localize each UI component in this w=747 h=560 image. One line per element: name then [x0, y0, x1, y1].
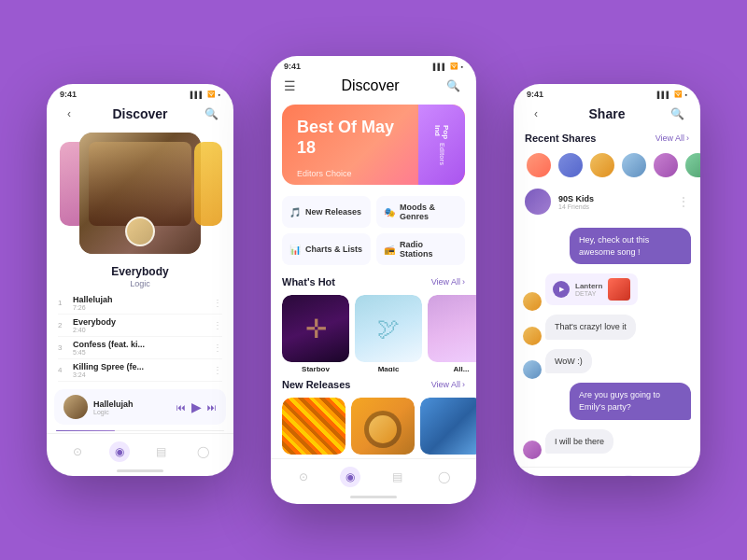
- share-avatar-6[interactable]: [684, 151, 700, 179]
- magic-album-image: 🕊: [355, 295, 422, 362]
- contact-name: 90S Kids: [558, 194, 678, 203]
- hamburger-menu-button[interactable]: ☰: [284, 78, 296, 93]
- track-item[interactable]: 3 Confess (feat. ki... 5:45 ⋮: [58, 337, 222, 359]
- nav-profile-left[interactable]: ◯: [193, 441, 214, 462]
- starboy-album-name: Starboy: [282, 365, 349, 371]
- share-avatar-1[interactable]: [525, 151, 553, 179]
- moods-genres-label: Moods & Genres: [400, 203, 458, 221]
- new-releases-section-header: New Releases View All ›: [271, 375, 476, 394]
- status-bar-left: 9:41 ▌▌▌ 🛜 ▪: [47, 84, 233, 101]
- play-pause-button[interactable]: ▶: [191, 399, 202, 414]
- nav-home-center[interactable]: ⊙: [293, 467, 314, 487]
- track-menu[interactable]: ⋮: [213, 365, 222, 375]
- chat-message-1: Hey, check out this awesome song !: [523, 228, 691, 270]
- search-button-right[interactable]: 🔍: [669, 105, 687, 123]
- contact-item[interactable]: 90S Kids 14 Friends ⋮: [514, 183, 700, 220]
- track-item[interactable]: 1 Hallelujah 7:26 ⋮: [58, 292, 222, 315]
- category-moods-genres[interactable]: 🎭 Moods & Genres: [376, 196, 465, 228]
- share-avatar-4[interactable]: [620, 151, 648, 179]
- next-button[interactable]: ⏭: [207, 402, 217, 413]
- view-all-shares[interactable]: View All ›: [655, 133, 689, 143]
- back-button-left[interactable]: ‹: [60, 105, 78, 123]
- chat-avatar-2: [523, 327, 542, 345]
- nav-discover-center[interactable]: ◉: [340, 467, 360, 487]
- left-phone-title: Discover: [112, 106, 167, 121]
- contact-more-button[interactable]: ⋮: [678, 195, 689, 208]
- nav-profile-right[interactable]: ◯: [660, 475, 681, 476]
- status-icons-right: ▌▌▌ 🛜 ▪: [657, 91, 687, 98]
- new-releases-icon: 🎵: [289, 207, 301, 217]
- chat-avatar-song: [523, 292, 542, 311]
- new-release-1[interactable]: [282, 398, 345, 455]
- right-phone-header: ‹ Share 🔍: [514, 101, 700, 129]
- track-list: 1 Hallelujah 7:26 ⋮ 2 Everybody 2:40 ⋮: [47, 288, 233, 385]
- song-snippet-thumbnail: [608, 278, 630, 301]
- phone-center: 9:41 ▌▌▌ 🛜 ▪ ☰ Discover 🔍 Best Of May 18: [271, 56, 476, 504]
- nav-library-left[interactable]: ▤: [151, 441, 172, 462]
- view-all-hot[interactable]: View All ›: [431, 277, 465, 287]
- search-button-center[interactable]: 🔍: [444, 77, 463, 95]
- track-menu[interactable]: ⋮: [213, 343, 222, 353]
- status-bar-center: 9:41 ▌▌▌ 🛜 ▪: [271, 56, 476, 73]
- hot-album-starboy[interactable]: Starboy The Weeknd: [282, 295, 349, 371]
- hot-album-third[interactable]: All... Flo...: [428, 295, 476, 371]
- nav-discover-left[interactable]: ◉: [109, 441, 130, 462]
- new-release-2[interactable]: [351, 398, 415, 455]
- share-avatar-2[interactable]: [557, 151, 585, 179]
- status-icons-left: ▌▌▌ 🛜 ▪: [190, 91, 220, 98]
- back-button-right[interactable]: ‹: [527, 105, 545, 123]
- prev-button[interactable]: ⏮: [176, 402, 186, 413]
- hero-banner[interactable]: Best Of May 18 Editors Choice ▶ PopInd E…: [282, 105, 465, 185]
- status-icons-center: ▌▌▌ 🛜 ▪: [433, 63, 463, 70]
- search-button-left[interactable]: 🔍: [202, 105, 220, 123]
- phone-right: 9:41 ▌▌▌ 🛜 ▪ ‹ Share 🔍 Recent Shares Vie…: [514, 84, 700, 476]
- track-item[interactable]: 4 Killing Spree (fe... 3:24 ⋮: [58, 359, 222, 382]
- track-duration: 5:45: [73, 349, 213, 356]
- new-releases-list: [271, 394, 476, 458]
- starboy-album-image: [282, 295, 349, 362]
- radio-stations-icon: 📻: [384, 245, 395, 255]
- progress-bar: [56, 430, 224, 431]
- third-album-image: [428, 295, 476, 362]
- song-snippet-info-block: Lantern DETAY: [575, 282, 602, 297]
- nav-share-right[interactable]: ▤: [618, 475, 639, 476]
- now-playing-bar[interactable]: Hallelujah Logic ⏮ ▶ ⏭: [54, 389, 226, 425]
- nav-home-right[interactable]: ⊙: [534, 475, 555, 476]
- track-menu[interactable]: ⋮: [213, 298, 222, 308]
- album-main-card[interactable]: [79, 133, 201, 254]
- nav-compose-right[interactable]: ✎: [576, 475, 597, 476]
- nav-library-center[interactable]: ▤: [387, 467, 407, 487]
- new-release-2-image: [351, 398, 415, 455]
- category-charts-lists[interactable]: 📊 Charts & Lists: [282, 233, 371, 265]
- nav-profile-center[interactable]: ◯: [433, 467, 454, 487]
- status-bar-right: 9:41 ▌▌▌ 🛜 ▪: [514, 84, 700, 101]
- track-num: 4: [58, 366, 69, 374]
- contact-info: 90S Kids 14 Friends: [558, 194, 678, 210]
- track-item[interactable]: 2 Everybody 2:40 ⋮: [58, 315, 222, 337]
- new-releases-title: New Releases: [282, 379, 350, 390]
- charts-lists-label: Charts & Lists: [305, 245, 362, 254]
- chat-bubble-received-1: That's crazy! love it: [545, 315, 636, 340]
- share-avatar-3[interactable]: [588, 151, 616, 179]
- playback-controls: ⏮ ▶ ⏭: [176, 399, 217, 414]
- view-all-new-releases[interactable]: View All ›: [431, 380, 465, 389]
- radio-stations-label: Radio Stations: [400, 240, 458, 259]
- hot-album-magic[interactable]: 🕊 Magic Coldplay: [355, 295, 422, 371]
- share-avatar-5[interactable]: [652, 151, 680, 179]
- category-radio-stations[interactable]: 📻 Radio Stations: [376, 233, 465, 265]
- chat-avatar-3: [523, 360, 542, 379]
- time-center: 9:41: [284, 62, 301, 71]
- nav-home-left[interactable]: ⊙: [67, 441, 88, 462]
- whats-hot-title: What's Hot: [282, 276, 335, 287]
- track-menu[interactable]: ⋮: [213, 320, 222, 330]
- song-snippet-play-button[interactable]: ▶: [553, 281, 570, 298]
- categories-grid: 🎵 New Releases 🎭 Moods & Genres 📊 Charts…: [282, 196, 465, 265]
- song-snippet[interactable]: ▶ Lantern DETAY: [545, 273, 638, 305]
- chat-bubble-received-2: WoW :): [545, 349, 592, 374]
- home-bar-center: [271, 491, 476, 504]
- track-name: Hallelujah: [73, 295, 213, 304]
- track-info: Hallelujah 7:26: [69, 295, 213, 311]
- recent-shares-header: Recent Shares View All ›: [514, 129, 700, 147]
- category-new-releases[interactable]: 🎵 New Releases: [282, 196, 371, 228]
- new-release-3[interactable]: [420, 398, 476, 455]
